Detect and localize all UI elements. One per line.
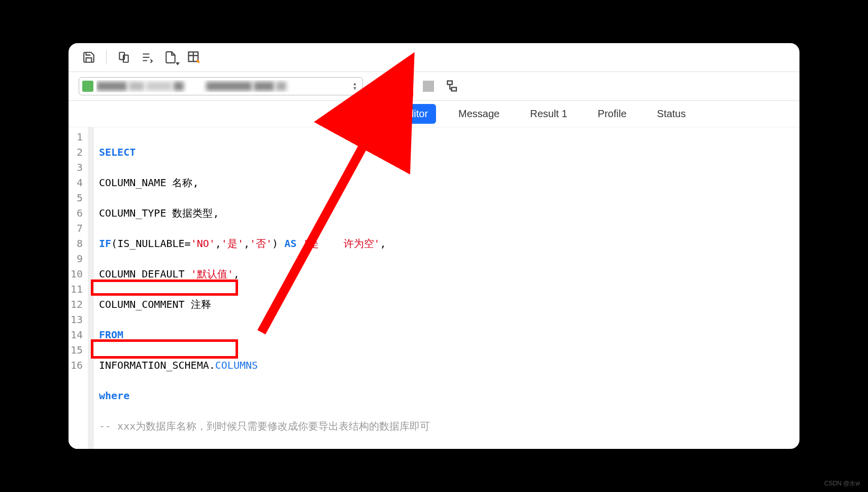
line-number: 15 — [71, 342, 83, 358]
export-button[interactable] — [161, 48, 180, 66]
stop-button[interactable] — [419, 77, 438, 95]
line-gutter: 1 2 3 4 5 6 7 8 9 10 11 12 13 14 15 16 — [69, 127, 94, 449]
run-button[interactable] — [380, 76, 413, 96]
line-number: 4 — [71, 175, 83, 190]
stepper-icon[interactable]: ▲▼ — [350, 82, 359, 90]
line-number: 11 — [71, 282, 83, 297]
line-number: 1 — [71, 129, 83, 145]
tab-profile[interactable]: Profile — [590, 104, 635, 124]
line-number: 6 — [71, 205, 83, 221]
connection-icon — [82, 81, 93, 92]
tab-result-1[interactable]: Result 1 — [522, 104, 575, 124]
line-number: 13 — [71, 312, 83, 327]
connection-toolbar: ▲▼ — [69, 72, 799, 101]
line-number: 16 — [71, 358, 83, 373]
code-content[interactable]: SELECT COLUMN_NAME 名称, COLUMN_TYPE 数据类型,… — [94, 127, 555, 449]
connection-selector[interactable]: ▲▼ — [79, 77, 363, 95]
code-editor[interactable]: 1 2 3 4 5 6 7 8 9 10 11 12 13 14 15 16 S… — [69, 127, 799, 449]
svg-rect-8 — [448, 81, 452, 85]
svg-rect-9 — [452, 87, 456, 91]
tab-status[interactable]: Status — [649, 104, 694, 124]
line-number: 8 — [71, 236, 83, 251]
line-number: 7 — [71, 221, 83, 236]
stop-icon — [423, 81, 434, 92]
tab-message[interactable]: Message — [450, 104, 508, 124]
line-number: 3 — [71, 160, 83, 175]
line-number: 12 — [71, 297, 83, 312]
tab-sql-editor[interactable]: SQL Editor — [371, 104, 436, 124]
line-number: 14 — [71, 327, 83, 342]
app-window: ▲▼ SQL Editor Message Result 1 Profile S… — [69, 43, 799, 449]
line-number: 9 — [71, 251, 83, 266]
watermark: CSDN @水w — [824, 479, 860, 488]
main-toolbar — [69, 43, 799, 72]
save-button[interactable] — [80, 48, 98, 66]
table-export-button[interactable] — [185, 48, 203, 66]
highlight-box-schema — [91, 279, 238, 296]
separator — [106, 50, 107, 64]
format-button[interactable] — [138, 48, 156, 66]
line-number: 5 — [71, 190, 83, 205]
chevron-down-icon — [400, 87, 405, 91]
line-number: 10 — [71, 266, 83, 282]
line-number: 2 — [71, 145, 83, 160]
copy-button[interactable] — [115, 48, 133, 66]
explain-button[interactable] — [444, 77, 462, 95]
editor-tabs: SQL Editor Message Result 1 Profile Stat… — [69, 101, 799, 127]
play-icon — [388, 80, 398, 92]
connection-name-blurred — [96, 80, 350, 92]
